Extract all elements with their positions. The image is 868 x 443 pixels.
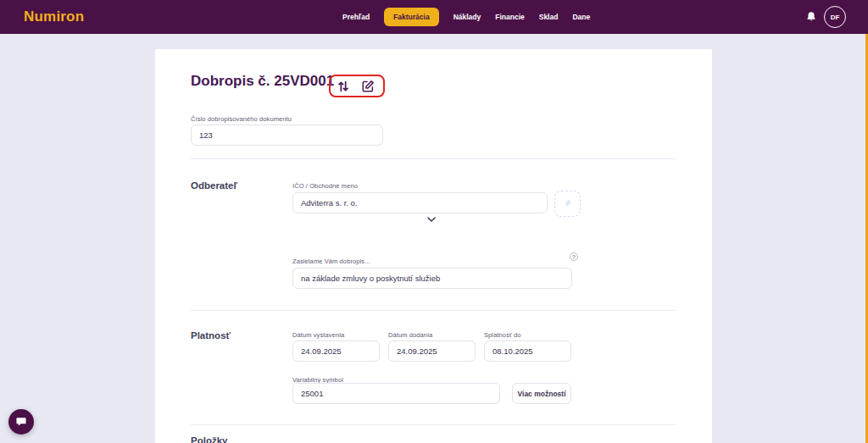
credited-document-label: Číslo dobropisovaného dokumentu bbox=[191, 115, 292, 123]
issue-date-input[interactable] bbox=[292, 341, 380, 362]
due-date-input[interactable] bbox=[484, 341, 571, 362]
ico-input[interactable] bbox=[292, 192, 548, 213]
customer-section-heading: Odberateľ bbox=[191, 180, 237, 191]
nav-item-dane[interactable]: Dane bbox=[572, 13, 590, 21]
customer-extra-button[interactable] bbox=[554, 191, 581, 217]
edit-icon[interactable] bbox=[361, 80, 375, 93]
more-options-button[interactable]: Viac možností bbox=[512, 383, 571, 404]
chat-button[interactable] bbox=[8, 409, 34, 435]
nav-item-naklady[interactable]: Náklady bbox=[453, 13, 481, 21]
nav-item-sklad[interactable]: Sklad bbox=[539, 13, 559, 21]
message-input[interactable] bbox=[292, 268, 572, 289]
delivery-date-input[interactable] bbox=[388, 341, 476, 362]
credited-document-input[interactable] bbox=[191, 125, 383, 146]
avatar[interactable]: DF bbox=[824, 6, 846, 28]
delivery-date-label: Dátum dodania bbox=[388, 331, 432, 339]
paperclip-icon bbox=[564, 200, 571, 208]
items-section-heading: Položky bbox=[191, 435, 227, 443]
section-divider bbox=[191, 310, 676, 311]
nav-item-prehlad[interactable]: Prehľad bbox=[342, 13, 370, 21]
validity-section-heading: Platnosť bbox=[191, 330, 231, 341]
ico-label: IČO / Obchodné meno bbox=[292, 182, 358, 190]
section-divider bbox=[191, 158, 676, 159]
brand-logo[interactable]: Numiron bbox=[24, 8, 84, 25]
chevron-down-icon[interactable] bbox=[426, 213, 437, 225]
avatar-initials: DF bbox=[831, 14, 840, 21]
help-icon[interactable]: ? bbox=[570, 252, 578, 261]
nav-item-fakturacia[interactable]: Fakturácia bbox=[384, 8, 439, 26]
issue-date-label: Dátum vystavenia bbox=[292, 331, 344, 339]
chat-bubble-icon bbox=[15, 416, 27, 428]
message-label: Zasielame Vám dobropis... bbox=[292, 257, 370, 265]
main-nav: Prehľad Fakturácia Náklady Financie Skla… bbox=[342, 0, 590, 34]
page-title: Dobropis č. 25VD001 bbox=[191, 73, 334, 90]
nav-item-financie[interactable]: Financie bbox=[495, 13, 524, 21]
sort-arrows-icon[interactable] bbox=[337, 80, 350, 93]
due-date-label: Splatnosť do bbox=[484, 331, 521, 339]
section-divider bbox=[191, 424, 676, 425]
app-header: Numiron Prehľad Fakturácia Náklady Finan… bbox=[0, 0, 868, 34]
bell-icon[interactable] bbox=[805, 11, 817, 23]
credit-note-card: Dobropis č. 25VD001 Číslo dobropisovanéh… bbox=[155, 49, 712, 443]
variable-symbol-input[interactable] bbox=[292, 383, 500, 404]
